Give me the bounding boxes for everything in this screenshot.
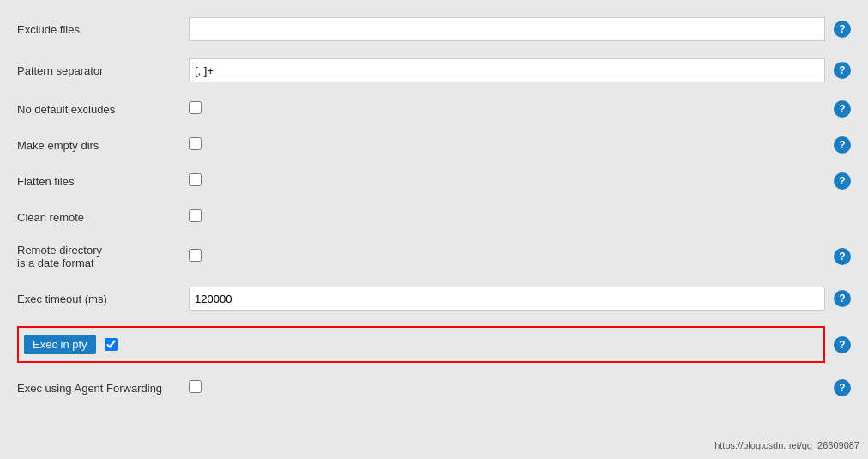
clean-remote-label: Clean remote <box>17 211 189 224</box>
make-empty-dirs-row: Make empty dirs ? <box>17 127 851 163</box>
flatten-files-label: Flatten files <box>17 175 189 188</box>
exclude-files-control <box>189 17 825 41</box>
clean-remote-row: Clean remote <box>17 199 851 235</box>
no-default-excludes-control <box>189 101 825 117</box>
exclude-files-label: Exclude files <box>17 23 189 36</box>
pattern-separator-label: Pattern separator <box>17 64 189 77</box>
make-empty-dirs-checkbox[interactable] <box>189 137 202 150</box>
remote-directory-label: Remote directory is a date format <box>17 244 189 269</box>
exec-timeout-input[interactable] <box>189 287 825 311</box>
settings-container: Exclude files ? Pattern separator ? No d… <box>0 0 868 414</box>
exec-forwarding-help-icon[interactable]: ? <box>834 379 851 396</box>
exclude-files-help-icon[interactable]: ? <box>834 21 851 38</box>
exec-forwarding-control <box>189 380 825 396</box>
exclude-files-help-col: ? <box>825 21 851 38</box>
exec-pty-wrapper: Exec in pty ? <box>17 323 851 366</box>
clean-remote-control <box>189 209 825 225</box>
pattern-separator-control <box>189 58 825 82</box>
exec-timeout-row: Exec timeout (ms) ? <box>17 278 851 319</box>
remote-directory-help-col: ? <box>825 248 851 265</box>
clean-remote-checkbox[interactable] <box>189 209 202 222</box>
exec-forwarding-checkbox[interactable] <box>189 380 202 393</box>
exclude-files-input[interactable] <box>189 17 825 41</box>
exec-pty-row: Exec in pty <box>17 326 825 363</box>
pattern-separator-row: Pattern separator ? <box>17 50 851 91</box>
pattern-separator-help-icon[interactable]: ? <box>834 62 851 79</box>
flatten-files-checkbox[interactable] <box>189 173 202 186</box>
remote-directory-row: Remote directory is a date format ? <box>17 235 851 278</box>
exec-forwarding-row: Exec using Agent Forwarding ? <box>17 370 851 406</box>
exec-timeout-help-col: ? <box>825 290 851 307</box>
make-empty-dirs-help-col: ? <box>825 136 851 154</box>
flatten-files-control <box>189 173 825 189</box>
exec-timeout-help-icon[interactable]: ? <box>834 290 851 307</box>
exec-pty-help-col: ? <box>825 336 851 353</box>
no-default-excludes-help-col: ? <box>825 100 851 118</box>
flatten-files-row: Flatten files ? <box>17 163 851 199</box>
flatten-files-help-col: ? <box>825 172 851 190</box>
make-empty-dirs-help-icon[interactable]: ? <box>834 136 851 154</box>
exec-pty-help-icon[interactable]: ? <box>834 336 851 353</box>
remote-directory-help-icon[interactable]: ? <box>834 248 851 265</box>
make-empty-dirs-control <box>189 137 825 153</box>
remote-directory-checkbox[interactable] <box>189 249 202 262</box>
no-default-excludes-label: No default excludes <box>17 103 189 116</box>
no-default-excludes-checkbox[interactable] <box>189 101 202 114</box>
exclude-files-row: Exclude files ? <box>17 9 851 50</box>
exec-timeout-label: Exec timeout (ms) <box>17 293 189 305</box>
no-default-excludes-help-icon[interactable]: ? <box>834 100 851 118</box>
exec-timeout-control <box>189 287 825 311</box>
make-empty-dirs-label: Make empty dirs <box>17 139 189 152</box>
exec-pty-label: Exec in pty <box>24 335 96 354</box>
flatten-files-help-icon[interactable]: ? <box>834 172 851 190</box>
exec-forwarding-label: Exec using Agent Forwarding <box>17 382 189 395</box>
exec-forwarding-help-col: ? <box>825 379 851 396</box>
pattern-separator-help-col: ? <box>825 62 851 79</box>
pattern-separator-input[interactable] <box>189 58 825 82</box>
remote-directory-control <box>189 249 825 264</box>
exec-pty-checkbox[interactable] <box>105 338 118 351</box>
no-default-excludes-row: No default excludes ? <box>17 91 851 127</box>
